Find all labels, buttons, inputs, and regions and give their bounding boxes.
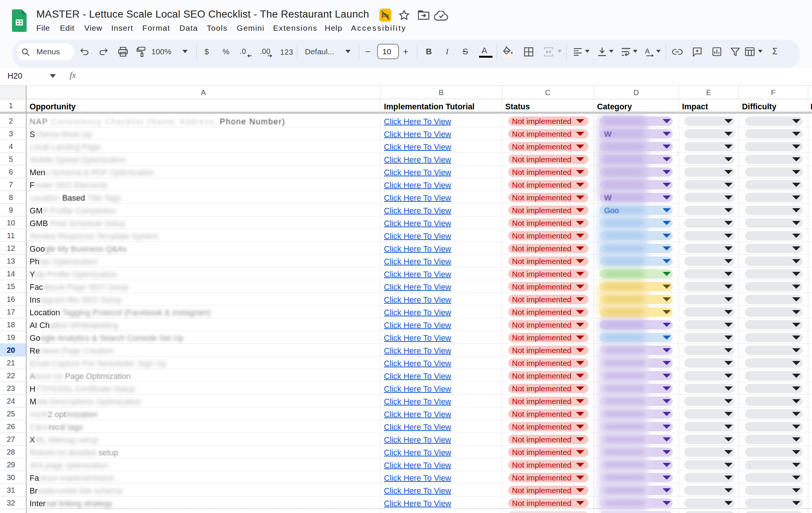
svg-text:A: A	[645, 47, 650, 55]
